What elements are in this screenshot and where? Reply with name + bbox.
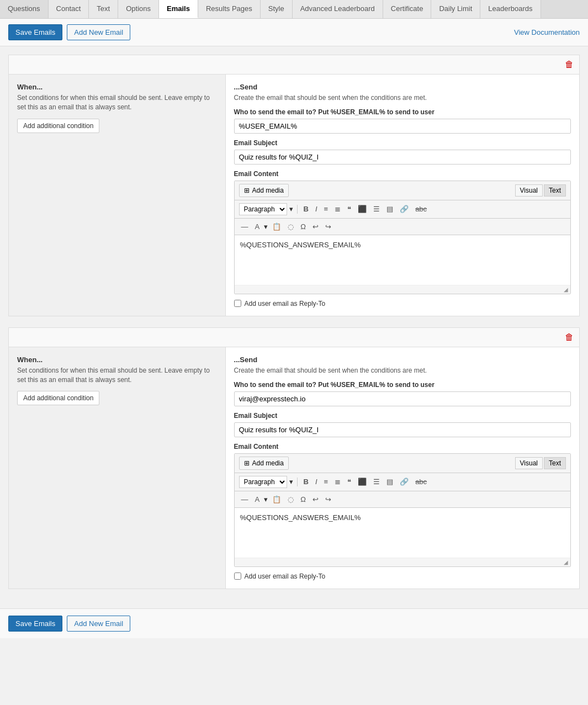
email-1-clear-button[interactable]: ◌ <box>285 221 296 232</box>
email-2-align-center-button[interactable]: ☰ <box>371 476 382 487</box>
delete-email-1-button[interactable]: 🗑 <box>565 60 574 70</box>
email-2-hr-button[interactable]: — <box>239 494 251 505</box>
email-1-paragraph-select[interactable]: Paragraph <box>239 203 287 215</box>
email-1-ol-button[interactable]: ≣ <box>332 204 343 214</box>
email-1-visual-button[interactable]: Visual <box>515 184 543 197</box>
email-2-add-condition-button[interactable]: Add additional condition <box>17 391 99 405</box>
email-1-strikethrough-button[interactable]: abc <box>413 204 429 214</box>
email-1-redo-button[interactable]: ↪ <box>323 221 333 232</box>
email-1-editor-body[interactable]: %QUESTIONS_ANSWERS_EMAIL% <box>235 235 570 285</box>
tab-text[interactable]: Text <box>89 0 118 18</box>
resize-icon-2: ◢ <box>564 559 568 565</box>
email-1-to-input[interactable] <box>234 119 571 134</box>
email-2-reply-to-checkbox[interactable] <box>234 573 241 580</box>
email-2-strikethrough-button[interactable]: abc <box>413 476 429 487</box>
email-2-undo-button[interactable]: ↩ <box>310 494 321 505</box>
email-1-bold-button[interactable]: B <box>301 204 311 214</box>
email-2-quote-button[interactable]: ❝ <box>345 476 353 487</box>
email-2-text-button[interactable]: Text <box>544 457 566 469</box>
email-1-align-left-button[interactable]: ⬛ <box>356 204 369 214</box>
email-1-italic-button[interactable]: I <box>313 204 320 214</box>
email-1-link-button[interactable]: 🔗 <box>398 204 411 214</box>
add-new-email-button-bottom[interactable]: Add New Email <box>67 616 130 632</box>
sep1 <box>297 205 298 214</box>
email-2-editor-toolbar-2: — A ▾ 📋 ◌ Ω ↩ ↪ <box>235 491 570 508</box>
email-1-omega-button[interactable]: Ω <box>298 221 308 232</box>
email-2-subject-input[interactable] <box>234 422 571 437</box>
email-1-subject-input[interactable] <box>234 150 571 165</box>
main-content: 🗑 When... Set conditions for when this e… <box>0 46 588 608</box>
add-media-label: Add media <box>252 187 284 194</box>
tab-advanced-leaderboard[interactable]: Advanced Leaderboard <box>293 0 383 18</box>
email-1-align-center-button[interactable]: ☰ <box>371 204 382 214</box>
email-2-ol-button[interactable]: ≣ <box>332 476 343 487</box>
email-1-font-color-button[interactable]: A <box>253 221 262 232</box>
email-2-panels: When... Set conditions for when this ema… <box>9 347 579 589</box>
email-2-when-panel: When... Set conditions for when this ema… <box>9 347 226 589</box>
tab-daily-limit[interactable]: Daily Limit <box>431 0 480 18</box>
email-1-reply-to-label: Add user email as Reply-To <box>245 300 326 308</box>
email-1-add-media-button[interactable]: ⊞ Add media <box>239 184 289 197</box>
email-2-add-media-button[interactable]: ⊞ Add media <box>239 457 289 470</box>
save-emails-button[interactable]: Save Emails <box>8 24 62 40</box>
email-1-font-color-icon: ▾ <box>264 222 268 231</box>
email-2-when-title: When... <box>17 356 217 364</box>
add-new-email-button-top[interactable]: Add New Email <box>67 24 130 40</box>
email-2-redo-button[interactable]: ↪ <box>323 494 333 505</box>
email-2-paragraph-select[interactable]: Paragraph <box>239 476 287 488</box>
email-1-resize-handle: ◢ <box>235 285 570 294</box>
email-1-align-right-button[interactable]: ▤ <box>384 204 395 214</box>
top-toolbar: Save Emails Add New Email View Documenta… <box>0 19 588 46</box>
email-2-italic-button[interactable]: I <box>313 476 320 487</box>
save-emails-button-bottom[interactable]: Save Emails <box>8 616 62 632</box>
email-2-reply-to-row: Add user email as Reply-To <box>234 573 571 580</box>
email-1-ul-button[interactable]: ≡ <box>322 204 331 214</box>
email-2-visual-button[interactable]: Visual <box>515 457 543 469</box>
email-2-bold-button[interactable]: B <box>301 476 311 487</box>
email-2-font-color-button[interactable]: A <box>253 494 262 505</box>
email-2-editor-toolbar-1: Paragraph ▾ B I ≡ ≣ ❝ ⬛ ☰ ▤ 🔗 abc <box>235 473 570 491</box>
tab-certificate[interactable]: Certificate <box>383 0 432 18</box>
email-2-omega-button[interactable]: Ω <box>298 494 308 505</box>
email-2-send-title: ...Send <box>234 356 571 364</box>
email-1-add-condition-button[interactable]: Add additional condition <box>17 119 99 133</box>
email-1-when-panel: When... Set conditions for when this ema… <box>9 75 226 316</box>
bottom-toolbar: Save Emails Add New Email <box>0 608 588 638</box>
email-1-undo-button[interactable]: ↩ <box>310 221 321 232</box>
tab-leaderboards[interactable]: Leaderboards <box>480 0 541 18</box>
email-2-align-left-button[interactable]: ⬛ <box>356 476 369 487</box>
email-2-clear-button[interactable]: ◌ <box>285 494 296 505</box>
email-2-editor: ⊞ Add media Visual Text Paragraph <box>234 453 571 567</box>
email-2-ul-button[interactable]: ≡ <box>322 476 331 487</box>
tab-results-pages[interactable]: Results Pages <box>198 0 261 18</box>
delete-email-2-button[interactable]: 🗑 <box>565 332 574 342</box>
email-1-hr-button[interactable]: — <box>239 221 251 232</box>
email-1-to-label: Who to send the email to? Put %USER_EMAI… <box>234 108 571 116</box>
email-2-link-button[interactable]: 🔗 <box>398 476 411 487</box>
add-media-icon: ⊞ <box>244 187 250 194</box>
email-2-view-buttons: Visual Text <box>515 457 566 469</box>
email-1-paste-button[interactable]: 📋 <box>270 221 283 232</box>
email-1-editor-topbar: ⊞ Add media Visual Text <box>235 181 570 200</box>
view-documentation-link[interactable]: View Documentation <box>514 28 580 36</box>
tab-emails[interactable]: Emails <box>159 0 198 18</box>
email-2-to-input[interactable] <box>234 391 571 406</box>
tab-options[interactable]: Options <box>118 0 159 18</box>
email-2-align-right-button[interactable]: ▤ <box>384 476 395 487</box>
tab-bar: Questions Contact Text Options Emails Re… <box>0 0 588 19</box>
email-2-editor-body[interactable]: %QUESTIONS_ANSWERS_EMAIL% <box>235 508 570 558</box>
email-1-send-description: Create the email that should be sent whe… <box>234 93 571 103</box>
email-1-quote-button[interactable]: ❝ <box>345 204 353 214</box>
email-1-text-button[interactable]: Text <box>544 184 566 197</box>
email-2-send-panel: ...Send Create the email that should be … <box>226 347 579 589</box>
tab-contact[interactable]: Contact <box>49 0 89 18</box>
toolbar-left-buttons: Save Emails Add New Email <box>8 24 130 40</box>
email-1-view-buttons: Visual Text <box>515 184 566 197</box>
email-2-paste-button[interactable]: 📋 <box>270 494 283 505</box>
email-2-font-color-icon: ▾ <box>264 495 268 503</box>
tab-questions[interactable]: Questions <box>0 0 49 18</box>
email-1-subject-label: Email Subject <box>234 139 571 147</box>
email-1-editor-toolbar-1: Paragraph ▾ B I ≡ ≣ ❝ ⬛ ☰ ▤ 🔗 abc <box>235 200 570 219</box>
email-1-reply-to-checkbox[interactable] <box>234 300 241 307</box>
tab-style[interactable]: Style <box>261 0 293 18</box>
